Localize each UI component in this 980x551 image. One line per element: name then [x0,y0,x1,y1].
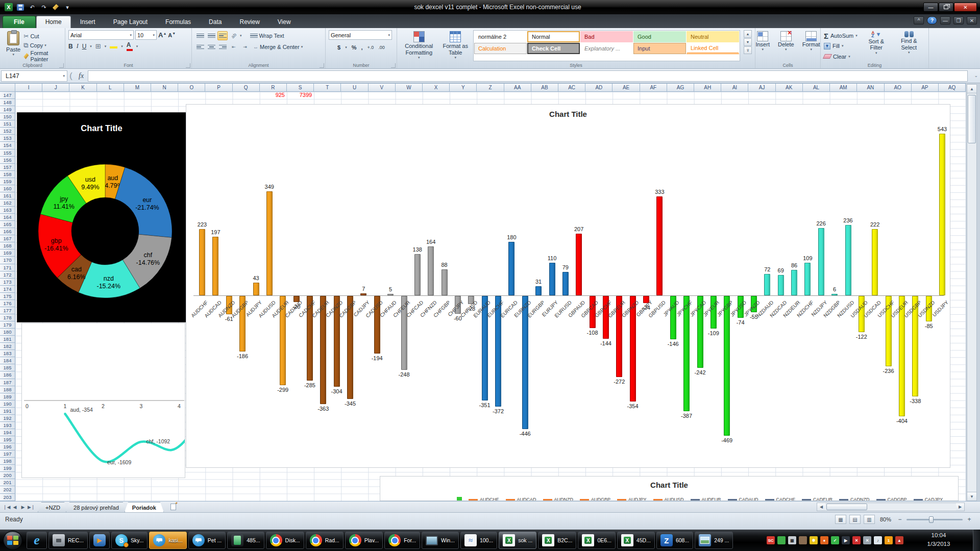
column-header-Z[interactable]: Z [477,83,504,92]
column-header-V[interactable]: V [369,83,396,92]
bar-USDJPY[interactable] [939,134,945,295]
column-header-AA[interactable]: AA [504,83,531,92]
row-header-160[interactable]: 160 [0,185,15,192]
bar-CHFAUD[interactable] [387,294,394,295]
column-headers[interactable]: IJKLMNOPQRSTUVWXYZAAABACADAEAFAGAHAIAJAK… [15,83,966,92]
cell-style-explanatory-[interactable]: Explanatory ... [580,43,633,54]
row-header-166[interactable]: 166 [0,228,15,235]
percent-style-icon[interactable]: % [352,44,357,51]
qat-dropdown-icon[interactable]: ▾ [63,3,72,11]
delete-cells-button[interactable]: ✕ Delete▾ [776,30,796,61]
row-header-147[interactable]: 147 [0,92,15,99]
fill-button[interactable]: ▼Fill▾ [824,41,857,51]
tray-icon-11[interactable]: ♪ [874,536,882,544]
tray-icon-12[interactable]: 1 [885,536,893,544]
tray-icon-3[interactable]: ▦ [788,536,796,544]
taskbar-button-For[interactable]: For... [384,532,420,549]
decrease-indent-icon[interactable]: ⇤ [229,42,239,52]
bar-EURCHF[interactable] [495,296,501,407]
qat-extra-icon[interactable] [51,3,60,11]
bar-AUDCHF[interactable] [199,229,205,295]
cell-style-bad[interactable]: Bad [580,31,633,42]
legend-item-CADCHF[interactable]: CADCHF [765,497,796,501]
column-header-K[interactable]: K [69,83,96,92]
scroll-right-icon[interactable]: ▶ [956,503,964,511]
row-header-196[interactable]: 196 [0,443,15,450]
borders-icon[interactable]: ⊞ [95,42,101,50]
legend-item-CADJPY[interactable]: CADJPY [914,497,943,501]
font-color-icon[interactable]: A [127,41,133,51]
sheet-tab-+NZD[interactable]: +NZD [38,502,68,512]
bar-NZDEUR[interactable] [791,270,797,295]
normal-view-icon[interactable]: ▦ [835,515,846,524]
column-header-AC[interactable]: AC [558,83,585,92]
bar-GBPAUD[interactable] [576,234,582,295]
last-sheet-icon[interactable]: ▶❘ [28,505,35,510]
workbook-minimize-icon[interactable]: — [940,16,950,24]
column-header-AI[interactable]: AI [721,83,748,92]
bar-NZDCAD[interactable] [778,275,784,295]
column-header-AJ[interactable]: AJ [748,83,775,92]
decrease-decimal-icon[interactable]: .00 [378,45,385,50]
cell-style-norm-lne-2[interactable]: normálne 2 [474,31,527,42]
row-header-195[interactable]: 195 [0,436,15,443]
column-header-O[interactable]: O [178,83,205,92]
bar-EURUSD[interactable] [562,272,569,295]
cell-style-normal[interactable]: Normal [527,31,580,42]
insert-function-icon[interactable]: fx [75,72,88,80]
increase-decimal-icon[interactable]: +.0 [368,45,374,50]
row-header-186[interactable]: 186 [0,371,15,379]
column-header-AE[interactable]: AE [612,83,640,92]
column-header-M[interactable]: M [124,83,151,92]
column-header-AO[interactable]: AO [885,83,912,92]
column-header-N[interactable]: N [151,83,178,92]
ribbon-tab-data[interactable]: Data [200,16,230,28]
column-header-U[interactable]: U [341,83,368,92]
align-middle-icon[interactable] [206,31,216,40]
scroll-left-icon[interactable]: ◀ [817,503,825,511]
taskbar-button-sok[interactable]: sok ... [499,532,536,549]
column-header-AN[interactable]: AN [857,83,884,92]
row-header-201[interactable]: 201 [0,479,15,486]
taskbar-button-Pet[interactable]: Pet ... [188,532,226,549]
taskbar-button-100[interactable]: ≈100... [460,532,497,549]
taskbar-button-Rad[interactable]: Rad... [306,532,344,549]
shrink-font-icon[interactable]: A▼ [168,32,176,38]
column-header-R[interactable]: R [260,83,287,92]
sort-filter-button[interactable]: AZ▼ Sort & Filter▾ [863,30,890,61]
column-header-Y[interactable]: Y [450,83,477,92]
number-format-select[interactable]: General▾ [329,30,392,40]
row-header-182[interactable]: 182 [0,343,15,350]
start-button[interactable] [3,531,22,550]
format-cells-button[interactable]: Format▾ [800,30,822,61]
tray-icon-4[interactable] [799,536,807,544]
tray-icon-13[interactable]: ▲ [895,536,903,544]
taskbar-button-0E6[interactable]: 0E6... [578,532,615,549]
minimize-button[interactable]: — [923,3,938,12]
name-box[interactable]: L147▾ [1,70,67,82]
bar-CHFNZD[interactable] [428,246,434,295]
row-header-165[interactable]: 165 [0,221,15,228]
row-header-192[interactable]: 192 [0,415,15,422]
column-header-Q[interactable]: Q [233,83,260,92]
row-header-150[interactable]: 150 [0,113,15,120]
row-header-151[interactable]: 151 [0,120,15,128]
legend-item-CADEUR[interactable]: CADEUR [802,497,832,501]
increase-indent-icon[interactable]: ⇥ [240,42,250,52]
row-header-163[interactable]: 163 [0,207,15,214]
tray-icon-1[interactable]: SC [767,536,775,544]
currency-line-chart[interactable]: 01234aud, -354eur, -1609chf, -1092 [21,323,185,478]
ribbon-tab-review[interactable]: Review [231,16,268,28]
column-header-J[interactable]: J [42,83,69,92]
tray-icon-7[interactable]: ✓ [831,536,839,544]
column-header-W[interactable]: W [396,83,423,92]
bar-AUDCAD[interactable] [212,237,218,295]
row-header-184[interactable]: 184 [0,357,15,364]
row-header-177[interactable]: 177 [0,307,15,314]
bar-NZDCHF[interactable] [804,263,811,295]
donut-chart[interactable]: Chart Titleaud-4.79%eur-21.74%chf-14.76%… [17,112,186,322]
row-header-169[interactable]: 169 [0,249,15,257]
zoom-slider-thumb[interactable] [929,516,934,523]
row-header-200[interactable]: 200 [0,472,15,479]
horizontal-scrollbar[interactable]: ◀ ▶ [817,503,965,511]
